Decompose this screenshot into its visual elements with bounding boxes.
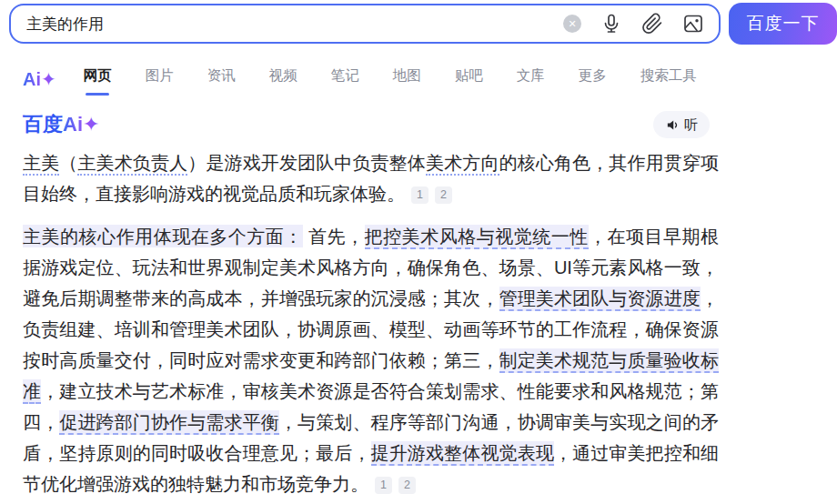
tab-文库[interactable]: 文库 [517,61,545,97]
baidu-search-button[interactable]: 百度一下 [729,3,837,45]
ai-logo-text: Ai [63,113,83,136]
tab-图片[interactable]: 图片 [146,61,174,97]
listen-label: 听 [684,116,698,134]
highlight-phrase[interactable]: 促进跨部门协作与需求平衡 [59,410,279,435]
answer-paragraphs: 主美（主美术负责人）是游戏开发团队中负责整体美术方向的核心角色，其作用贯穿项目始… [0,142,837,499]
clear-icon[interactable]: ✕ [563,15,581,33]
text-run: （ [59,153,77,173]
sparkle-icon: ✦ [83,113,99,136]
highlight-phrase[interactable]: 管理美术团队与资源进度 [499,287,701,311]
citation-badge[interactable]: 2 [398,477,416,494]
attachment-icon[interactable] [641,13,663,35]
tab-更多[interactable]: 更多 [579,61,607,97]
result-tabs: Ai✦ 网页图片资讯视频笔记地图贴吧文库更多搜索工具 [0,49,837,98]
highlight-phrase[interactable]: 提升游戏整体视觉表现 [371,441,554,466]
microphone-icon[interactable] [600,13,622,35]
ai-logo-text: Ai [23,69,41,89]
search-bar: ✕ 百度一下 [0,0,837,49]
tab-网页[interactable]: 网页 [84,61,112,97]
search-input[interactable] [11,14,563,34]
speaker-icon [665,117,681,133]
search-box[interactable]: ✕ [9,4,721,44]
tab-贴吧[interactable]: 贴吧 [455,61,483,97]
tab-视频[interactable]: 视频 [269,61,297,97]
citation-badge[interactable]: 2 [435,186,452,204]
citation-badge[interactable]: 1 [375,477,392,494]
text-run: 首先， [303,227,365,247]
tab-笔记[interactable]: 笔记 [331,61,359,97]
baidu-ai-logo: 百度Ai✦ [23,111,99,138]
baidu-logo-text: 百度 [23,113,63,136]
listen-button[interactable]: 听 [653,111,710,138]
highlight-phrase[interactable]: 把控美术风格与视觉统一性 [365,225,589,249]
search-icons: ✕ [563,13,704,35]
entity-link[interactable]: 主美术负责人 [77,153,187,176]
tab-地图[interactable]: 地图 [393,61,421,97]
entity-link[interactable]: 美术方向 [426,153,499,176]
text-run: ）是游戏开发团队中负责整体 [187,153,426,173]
tab-搜索工具[interactable]: 搜索工具 [640,61,697,97]
sparkle-icon: ✦ [41,69,56,89]
tab-资讯[interactable]: 资讯 [207,61,236,97]
answer-paragraph: 主美的核心作用体现在多个方面： 首先，把控美术风格与视觉统一性，在项目早期根据游… [23,221,719,499]
answer-paragraph: 主美（主美术负责人）是游戏开发团队中负责整体美术方向的核心角色，其作用贯穿项目始… [23,147,719,209]
ai-answer-header: 百度Ai✦ 听 [0,98,837,142]
entity-link[interactable]: 主美 [23,153,59,176]
image-search-icon[interactable] [682,13,704,35]
lead-phrase: 主美的核心作用体现在多个方面： [23,225,303,247]
ai-plus-tab[interactable]: Ai✦ [23,68,56,90]
citation-badge[interactable]: 1 [411,186,429,204]
